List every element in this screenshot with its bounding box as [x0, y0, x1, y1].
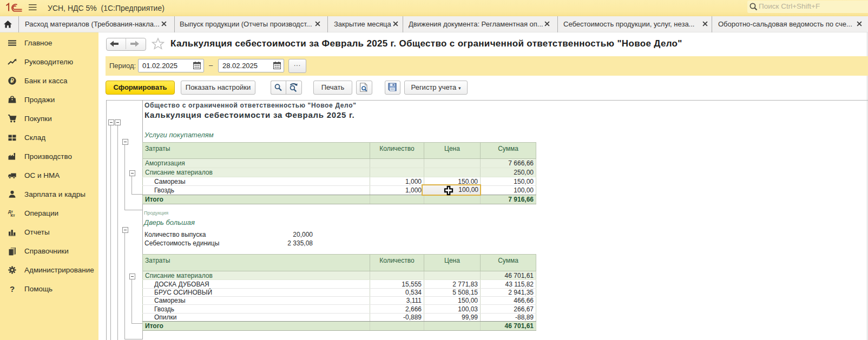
- svg-text:?: ?: [10, 284, 15, 294]
- svg-text:Кт: Кт: [11, 213, 16, 218]
- svg-text:₽: ₽: [10, 77, 14, 84]
